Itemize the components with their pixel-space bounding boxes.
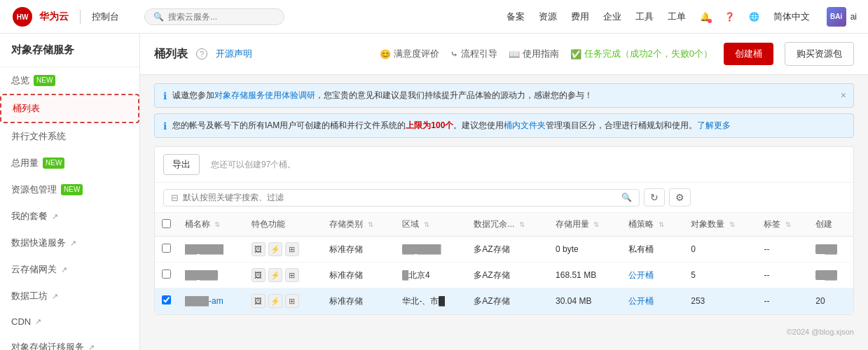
td-policy: 私有桶: [621, 237, 684, 262]
task-status-action[interactable]: ✅ 任务完成（成功2个，失败0个）: [570, 48, 712, 60]
td-tags: --: [757, 262, 808, 288]
bucket-name-link[interactable]: ██-███: [185, 270, 218, 280]
sidebar-item-my-package[interactable]: 我的套餐 ↗: [0, 203, 139, 230]
th-redundancy[interactable]: 数据冗余... ⇅: [467, 213, 549, 237]
brand-name: 华为云: [39, 10, 69, 23]
sort-icon: ⇅: [519, 220, 525, 228]
usage-guide-action[interactable]: 📖 使用指南: [509, 48, 559, 60]
nav-item-backup[interactable]: 备案: [507, 10, 525, 23]
th-storage-type[interactable]: 存储类别 ⇅: [322, 213, 395, 237]
folder-management-link[interactable]: 桶内文件夹: [504, 120, 546, 130]
bucket-name-link[interactable]: ████: [185, 296, 209, 306]
td-object-count: 253: [684, 288, 757, 314]
survey-link[interactable]: 对象存储服务使用体验调研: [214, 90, 315, 100]
notification-wrap[interactable]: 🔔: [700, 12, 710, 22]
user-area[interactable]: BAi ai: [827, 7, 857, 27]
sidebar-item-cloud-storage-gw[interactable]: 云存储网关 ↗: [0, 256, 139, 283]
limit-banner-text: 您的帐号及帐号下的所有IAM用户可创建的桶和并行文件系统的上限为100个。建议您…: [172, 120, 731, 132]
row-checkbox[interactable]: [162, 270, 171, 279]
nav-item-workorder[interactable]: 工单: [668, 10, 686, 23]
refresh-button[interactable]: ↻: [644, 188, 665, 206]
help-question-icon[interactable]: ?: [196, 48, 207, 59]
bucket-name-link[interactable]: ██-████: [185, 244, 223, 254]
svg-text:HW: HW: [17, 13, 29, 21]
row-checkbox[interactable]: [162, 244, 171, 253]
sidebar-item-label: 桶列表: [13, 102, 40, 115]
page-footer: ©2024 @blog.xjson: [140, 323, 868, 340]
feature-grid-icon[interactable]: ⊞: [285, 268, 299, 282]
satisfaction-action[interactable]: 😊 满意度评价: [380, 48, 439, 60]
learn-more-link[interactable]: 了解更多: [697, 120, 731, 130]
search-filter-bar[interactable]: ⊟ 🔍: [163, 189, 640, 206]
sidebar-item-cdn[interactable]: CDN ↗: [0, 309, 139, 334]
th-object-count[interactable]: 对象数量 ⇅: [684, 213, 757, 237]
banner-close-button[interactable]: ×: [841, 90, 846, 101]
td-redundancy: 多AZ存储: [467, 262, 549, 288]
huawei-logo-icon: HW: [11, 6, 34, 28]
search-submit-icon[interactable]: 🔍: [621, 192, 632, 202]
sidebar-item-label: CDN: [11, 316, 31, 327]
td-checkbox: [155, 288, 178, 314]
sidebar-item-bucket-list[interactable]: 桶列表: [0, 94, 139, 123]
table-toolbar-top: 导出 您还可以创建97个桶。: [155, 147, 853, 183]
column-settings-button[interactable]: ⚙: [669, 188, 691, 206]
bucket-name-link-suffix[interactable]: -am: [209, 296, 223, 306]
feature-function-icon[interactable]: ⚡: [268, 268, 282, 282]
feature-image-icon[interactable]: 🖼: [252, 268, 266, 282]
sidebar-item-resource-mgmt[interactable]: 资源包管理 NEW: [0, 176, 139, 203]
language-switch-icon[interactable]: 🌐: [749, 12, 759, 22]
feature-function-icon[interactable]: ⚡: [268, 242, 282, 256]
external-link-icon: ↗: [52, 212, 58, 221]
td-region: 华北-、市█: [395, 288, 467, 314]
td-policy: 公开桶: [621, 262, 684, 288]
external-link-icon: ↗: [52, 292, 58, 301]
info-banners-section: ℹ 诚邀您参加对象存储服务使用体验调研，您宝贵的意见和建议是我们持续提升产品体验…: [140, 75, 868, 138]
flow-guide-icon: ⤷: [450, 49, 458, 59]
sort-icon: ⇅: [368, 220, 373, 228]
feature-image-icon[interactable]: 🖼: [252, 294, 266, 308]
sidebar-item-usage[interactable]: 总用量 NEW: [0, 150, 139, 176]
th-bucket-name[interactable]: 桶名称 ⇅: [178, 213, 244, 237]
nav-item-resources[interactable]: 资源: [539, 10, 557, 23]
external-link-icon: ↗: [88, 343, 95, 351]
flow-guide-label: 流程引导: [461, 48, 497, 60]
select-all-checkbox[interactable]: [162, 219, 171, 228]
feature-icons-group: 🖼 ⚡ ⊞: [252, 268, 315, 282]
nav-item-billing[interactable]: 费用: [571, 10, 589, 23]
th-region[interactable]: 区域 ⇅: [395, 213, 467, 237]
td-policy: 公开桶: [621, 288, 684, 314]
buy-resource-button[interactable]: 购买资源包: [785, 42, 854, 66]
th-tags[interactable]: 标签 ⇅: [757, 213, 808, 237]
th-storage-used[interactable]: 存储用量 ⇅: [549, 213, 621, 237]
sort-icon: ⇅: [785, 220, 791, 228]
th-policy[interactable]: 桶策略 ⇅: [621, 213, 684, 237]
td-bucket-name: ██-███: [178, 262, 244, 288]
sidebar-item-parallel-fs[interactable]: 并行文件系统: [0, 123, 139, 150]
nav-items-group: 备案 资源 费用 企业 工具 工单 🔔 ❓ 🌐 简体中文: [507, 10, 810, 23]
nav-item-enterprise[interactable]: 企业: [603, 10, 621, 23]
satisfaction-icon: 😊: [380, 49, 391, 59]
export-button[interactable]: 导出: [163, 154, 200, 175]
feature-function-icon[interactable]: ⚡: [268, 294, 282, 308]
lang-label[interactable]: 简体中文: [773, 10, 810, 23]
sidebar-item-migration[interactable]: 对象存储迁移服务 ↗: [0, 334, 139, 350]
search-filter-input[interactable]: [183, 192, 617, 202]
sidebar-item-overview[interactable]: 总览 NEW: [0, 67, 139, 94]
content-area: 桶列表 ? 开源声明 😊 满意度评价 ⤷ 流程引导 📖 使用指南 ✅ 任: [140, 34, 868, 350]
feature-grid-icon[interactable]: ⊞: [285, 242, 299, 256]
global-search-input[interactable]: [168, 12, 275, 22]
feature-image-icon[interactable]: 🖼: [252, 242, 266, 256]
open-source-declaration-link[interactable]: 开源声明: [216, 48, 252, 60]
nav-item-tools[interactable]: 工具: [635, 10, 654, 23]
row-checkbox[interactable]: [162, 295, 171, 304]
create-bucket-button[interactable]: 创建桶: [724, 43, 773, 65]
feature-icons-group: 🖼 ⚡ ⊞: [252, 242, 315, 256]
td-bucket-name: ██-████: [178, 237, 244, 262]
sidebar-item-data-express[interactable]: 数据快递服务 ↗: [0, 230, 139, 256]
task-complete-icon: ✅: [570, 49, 581, 59]
feature-grid-icon[interactable]: ⊞: [285, 294, 299, 308]
help-icon[interactable]: ❓: [724, 12, 735, 22]
global-search-bar[interactable]: 🔍: [144, 8, 284, 25]
sidebar-item-data-workshop[interactable]: 数据工坊 ↗: [0, 283, 139, 309]
flow-guide-action[interactable]: ⤷ 流程引导: [450, 48, 497, 60]
